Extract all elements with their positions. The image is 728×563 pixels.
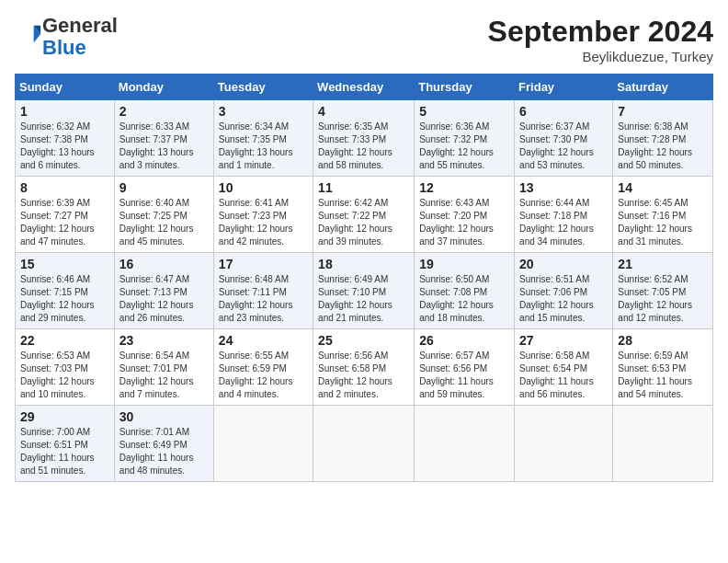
logo: General Blue: [15, 15, 118, 59]
day-number: 12: [419, 180, 509, 195]
day-info: Sunrise: 6:53 AMSunset: 7:03 PMDaylight:…: [20, 350, 109, 401]
day-info: Sunrise: 6:54 AMSunset: 7:01 PMDaylight:…: [119, 350, 209, 401]
day-number: 1: [20, 104, 109, 119]
calendar-cell: [415, 406, 515, 482]
month-title: September 2024: [488, 15, 713, 49]
day-header-friday: Friday: [515, 75, 613, 100]
calendar-cell: 30Sunrise: 7:01 AMSunset: 6:49 PMDayligh…: [114, 406, 213, 482]
day-number: 14: [618, 180, 708, 195]
title-section: September 2024 Beylikduezue, Turkey: [488, 15, 713, 64]
day-number: 20: [519, 257, 608, 271]
day-info: Sunrise: 6:52 AMSunset: 7:05 PMDaylight:…: [618, 273, 708, 325]
day-info: Sunrise: 6:47 AMSunset: 7:13 PMDaylight:…: [119, 273, 209, 325]
day-info: Sunrise: 6:51 AMSunset: 7:06 PMDaylight:…: [519, 273, 608, 325]
calendar-cell: 25Sunrise: 6:56 AMSunset: 6:58 PMDayligh…: [313, 329, 415, 406]
calendar-cell: 23Sunrise: 6:54 AMSunset: 7:01 PMDayligh…: [114, 329, 213, 406]
calendar-cell: 3Sunrise: 6:34 AMSunset: 7:35 PMDaylight…: [213, 100, 313, 177]
day-info: Sunrise: 6:32 AMSunset: 7:38 PMDaylight:…: [20, 121, 109, 172]
day-number: 16: [119, 257, 209, 271]
calendar-cell: 28Sunrise: 6:59 AMSunset: 6:53 PMDayligh…: [613, 329, 713, 406]
day-header-tuesday: Tuesday: [213, 75, 313, 100]
calendar-cell: 10Sunrise: 6:41 AMSunset: 7:23 PMDayligh…: [213, 177, 313, 253]
page-header: General Blue September 2024 Beylikduezue…: [15, 15, 713, 64]
day-info: Sunrise: 6:46 AMSunset: 7:15 PMDaylight:…: [20, 273, 109, 325]
day-number: 21: [618, 257, 708, 271]
day-number: 28: [618, 333, 708, 348]
day-info: Sunrise: 7:00 AMSunset: 6:51 PMDaylight:…: [20, 426, 109, 477]
calendar-cell: 19Sunrise: 6:50 AMSunset: 7:08 PMDayligh…: [415, 253, 515, 329]
day-number: 4: [318, 104, 409, 119]
week-row-5: 29Sunrise: 7:00 AMSunset: 6:51 PMDayligh…: [16, 406, 713, 482]
day-info: Sunrise: 6:45 AMSunset: 7:16 PMDaylight:…: [618, 197, 708, 248]
day-info: Sunrise: 6:58 AMSunset: 6:54 PMDaylight:…: [519, 350, 608, 401]
calendar-cell: 20Sunrise: 6:51 AMSunset: 7:06 PMDayligh…: [515, 253, 613, 329]
week-row-2: 8Sunrise: 6:39 AMSunset: 7:27 PMDaylight…: [16, 177, 713, 253]
calendar-cell: 7Sunrise: 6:38 AMSunset: 7:28 PMDaylight…: [613, 100, 713, 177]
day-info: Sunrise: 6:39 AMSunset: 7:27 PMDaylight:…: [20, 197, 109, 248]
calendar-cell: 22Sunrise: 6:53 AMSunset: 7:03 PMDayligh…: [16, 329, 115, 406]
day-number: 18: [318, 257, 409, 271]
day-header-wednesday: Wednesday: [313, 75, 415, 100]
calendar-cell: 27Sunrise: 6:58 AMSunset: 6:54 PMDayligh…: [515, 329, 613, 406]
day-info: Sunrise: 6:42 AMSunset: 7:22 PMDaylight:…: [318, 197, 409, 248]
day-number: 9: [119, 180, 209, 195]
day-info: Sunrise: 6:35 AMSunset: 7:33 PMDaylight:…: [318, 121, 409, 172]
calendar-cell: 13Sunrise: 6:44 AMSunset: 7:18 PMDayligh…: [515, 177, 613, 253]
calendar-table: SundayMondayTuesdayWednesdayThursdayFrid…: [15, 74, 713, 482]
day-info: Sunrise: 7:01 AMSunset: 6:49 PMDaylight:…: [119, 426, 209, 477]
calendar-cell: 26Sunrise: 6:57 AMSunset: 6:56 PMDayligh…: [415, 329, 515, 406]
day-number: 3: [219, 104, 308, 119]
calendar-cell: 15Sunrise: 6:46 AMSunset: 7:15 PMDayligh…: [16, 253, 115, 329]
week-row-1: 1Sunrise: 6:32 AMSunset: 7:38 PMDaylight…: [16, 100, 713, 177]
calendar-cell: 11Sunrise: 6:42 AMSunset: 7:22 PMDayligh…: [313, 177, 415, 253]
logo-icon: [17, 22, 42, 48]
day-header-sunday: Sunday: [16, 75, 115, 100]
calendar-cell: [515, 406, 613, 482]
day-number: 17: [219, 257, 308, 271]
day-number: 7: [618, 104, 708, 119]
day-number: 26: [419, 333, 509, 348]
calendar-cell: 12Sunrise: 6:43 AMSunset: 7:20 PMDayligh…: [415, 177, 515, 253]
day-number: 19: [419, 257, 509, 271]
calendar-cell: 4Sunrise: 6:35 AMSunset: 7:33 PMDaylight…: [313, 100, 415, 177]
calendar-cell: 21Sunrise: 6:52 AMSunset: 7:05 PMDayligh…: [613, 253, 713, 329]
calendar-cell: 6Sunrise: 6:37 AMSunset: 7:30 PMDaylight…: [515, 100, 613, 177]
day-info: Sunrise: 6:36 AMSunset: 7:32 PMDaylight:…: [419, 121, 509, 172]
day-number: 8: [20, 180, 109, 195]
calendar-cell: [313, 406, 415, 482]
day-info: Sunrise: 6:37 AMSunset: 7:30 PMDaylight:…: [519, 121, 608, 172]
day-info: Sunrise: 6:44 AMSunset: 7:18 PMDaylight:…: [519, 197, 608, 248]
days-header-row: SundayMondayTuesdayWednesdayThursdayFrid…: [16, 75, 713, 100]
day-info: Sunrise: 6:50 AMSunset: 7:08 PMDaylight:…: [419, 273, 509, 325]
week-row-4: 22Sunrise: 6:53 AMSunset: 7:03 PMDayligh…: [16, 329, 713, 406]
day-number: 29: [20, 409, 109, 424]
day-header-thursday: Thursday: [415, 75, 515, 100]
day-info: Sunrise: 6:40 AMSunset: 7:25 PMDaylight:…: [119, 197, 209, 248]
day-number: 27: [519, 333, 608, 348]
calendar-cell: 2Sunrise: 6:33 AMSunset: 7:37 PMDaylight…: [114, 100, 213, 177]
week-row-3: 15Sunrise: 6:46 AMSunset: 7:15 PMDayligh…: [16, 253, 713, 329]
calendar-cell: 24Sunrise: 6:55 AMSunset: 6:59 PMDayligh…: [213, 329, 313, 406]
calendar-cell: [613, 406, 713, 482]
day-number: 2: [119, 104, 209, 119]
calendar-cell: 9Sunrise: 6:40 AMSunset: 7:25 PMDaylight…: [114, 177, 213, 253]
day-info: Sunrise: 6:48 AMSunset: 7:11 PMDaylight:…: [219, 273, 308, 325]
day-number: 24: [219, 333, 308, 348]
day-info: Sunrise: 6:49 AMSunset: 7:10 PMDaylight:…: [318, 273, 409, 325]
calendar-cell: 16Sunrise: 6:47 AMSunset: 7:13 PMDayligh…: [114, 253, 213, 329]
day-header-monday: Monday: [114, 75, 213, 100]
day-info: Sunrise: 6:55 AMSunset: 6:59 PMDaylight:…: [219, 350, 308, 401]
day-number: 30: [119, 409, 209, 424]
day-number: 13: [519, 180, 608, 195]
day-info: Sunrise: 6:34 AMSunset: 7:35 PMDaylight:…: [219, 121, 308, 172]
day-number: 10: [219, 180, 308, 195]
calendar-cell: 1Sunrise: 6:32 AMSunset: 7:38 PMDaylight…: [16, 100, 115, 177]
calendar-cell: 17Sunrise: 6:48 AMSunset: 7:11 PMDayligh…: [213, 253, 313, 329]
calendar-cell: 29Sunrise: 7:00 AMSunset: 6:51 PMDayligh…: [16, 406, 115, 482]
calendar-cell: 18Sunrise: 6:49 AMSunset: 7:10 PMDayligh…: [313, 253, 415, 329]
day-info: Sunrise: 6:57 AMSunset: 6:56 PMDaylight:…: [419, 350, 509, 401]
calendar-cell: 14Sunrise: 6:45 AMSunset: 7:16 PMDayligh…: [613, 177, 713, 253]
day-number: 5: [419, 104, 509, 119]
day-info: Sunrise: 6:43 AMSunset: 7:20 PMDaylight:…: [419, 197, 509, 248]
calendar-cell: 8Sunrise: 6:39 AMSunset: 7:27 PMDaylight…: [16, 177, 115, 253]
